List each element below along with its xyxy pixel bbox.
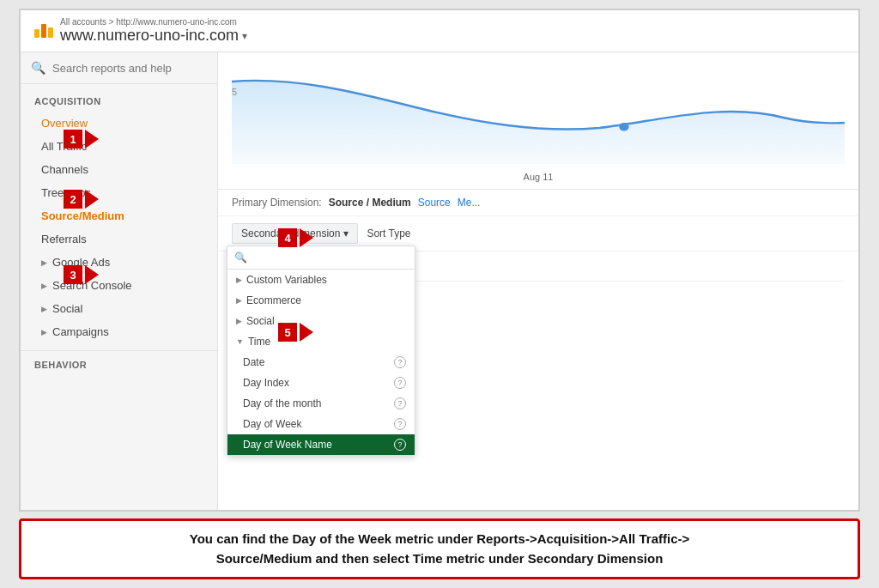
badge-3: 3 bbox=[64, 265, 82, 284]
info-icon-dayofweek: ? bbox=[394, 418, 406, 430]
source-link[interactable]: Source bbox=[418, 197, 451, 209]
group-social[interactable]: ▶ Social bbox=[227, 311, 415, 331]
dimension-row: Primary Dimension: Source / Medium Sourc… bbox=[218, 190, 858, 216]
acquisition-header: ACQUISITION bbox=[21, 91, 217, 112]
group-ecommerce[interactable]: ▶ Ecommerce bbox=[227, 290, 415, 311]
right-panel: 5 Aug 11 Pr bbox=[218, 52, 858, 510]
info-icon-dayindex: ? bbox=[394, 377, 406, 389]
sidebar-item-sourcemedium[interactable]: Source/Medium bbox=[21, 204, 217, 227]
arrow-right-4 bbox=[300, 228, 313, 247]
dropdown-search: 🔍 bbox=[227, 246, 415, 270]
main-window: All accounts > http://www.numero-uno-inc… bbox=[19, 9, 860, 512]
chevron-right-icon-4: ▶ bbox=[41, 328, 47, 336]
dropdown-item-dayofweek[interactable]: Day of Week ? bbox=[227, 414, 415, 434]
arrow-right-2 bbox=[85, 190, 99, 209]
ga-title-area: All accounts > http://www.numero-uno-inc… bbox=[60, 17, 247, 45]
ga-logo bbox=[34, 24, 53, 38]
nav-row-sourcemedium: Source/Medium bbox=[21, 204, 217, 227]
info-icon-dayofweekname: ? bbox=[394, 439, 406, 451]
chevron-right-icon-2: ▶ bbox=[41, 282, 47, 290]
search-bar: 🔍 bbox=[21, 52, 217, 84]
group-time[interactable]: ▼ Time bbox=[227, 331, 415, 352]
arrow-right-3 bbox=[85, 265, 99, 284]
sidebar-item-channels[interactable]: Channels bbox=[21, 158, 217, 181]
search-icon-dropdown: 🔍 bbox=[234, 252, 247, 264]
sort-type-label: Sort Type bbox=[367, 227, 410, 239]
dropdown-item-daymonth[interactable]: Day of the month ? bbox=[227, 393, 415, 414]
dropdown-search-input[interactable] bbox=[252, 252, 408, 264]
chevron-down-icon[interactable]: ▾ bbox=[242, 30, 247, 42]
expand-icon-time: ▼ bbox=[236, 337, 244, 346]
badge-5: 5 bbox=[278, 323, 297, 342]
nav-section-acquisition: ACQUISITION Overview All Traffic Channel… bbox=[21, 84, 217, 350]
group-custom-variables[interactable]: ▶ Custom Variables bbox=[227, 270, 415, 290]
expand-icon-ecommerce: ▶ bbox=[236, 296, 242, 305]
arrow-2: 2 bbox=[64, 190, 99, 209]
main-content: 🔍 ACQUISITION Overview All Traffic Chann… bbox=[21, 52, 858, 510]
sidebar-item-searchconsole[interactable]: ▶ Search Console bbox=[21, 274, 217, 297]
chart-data-point bbox=[619, 123, 628, 131]
bottom-caption: You can find the Day of the Week metric … bbox=[19, 518, 860, 579]
sidebar-item-alltraffic[interactable]: All Traffic bbox=[21, 135, 217, 158]
dropdown-item-dayindex[interactable]: Day Index ? bbox=[227, 373, 415, 393]
arrow-right-1 bbox=[85, 130, 99, 149]
sidebar-item-social[interactable]: ▶ Social bbox=[21, 297, 217, 320]
arrow-4: 4 bbox=[278, 228, 313, 247]
behavior-header: BEHAVIOR bbox=[21, 351, 217, 375]
arrow-right-5 bbox=[300, 323, 313, 342]
dropdown-item-date[interactable]: Date ? bbox=[227, 352, 415, 373]
sidebar: 🔍 ACQUISITION Overview All Traffic Chann… bbox=[21, 52, 218, 510]
sidebar-item-overview[interactable]: Overview bbox=[21, 112, 217, 135]
badge-1: 1 bbox=[64, 130, 82, 149]
medium-link[interactable]: Me... bbox=[458, 197, 481, 209]
domain-title: www.numero-uno-inc.com ▾ bbox=[60, 27, 247, 45]
nav-row-overview: Overview bbox=[21, 112, 217, 135]
source-medium-link[interactable]: Source / Medium bbox=[329, 197, 411, 209]
info-icon-date: ? bbox=[394, 356, 406, 368]
badge-4: 4 bbox=[278, 228, 297, 247]
sidebar-item-treemaps[interactable]: Treemaps bbox=[21, 181, 217, 204]
arrow-1: 1 bbox=[64, 130, 99, 149]
badge-2: 2 bbox=[64, 190, 82, 209]
sidebar-item-googleads[interactable]: ▶ Google Ads bbox=[21, 251, 217, 274]
aug-date-label: Aug 11 bbox=[524, 172, 554, 182]
secondary-row: Secondary dimension ▾ Sort Type 🔍 ▶ Cust… bbox=[218, 216, 858, 252]
breadcrumb: All accounts > http://www.numero-uno-inc… bbox=[60, 17, 247, 27]
arrow-5: 5 bbox=[278, 323, 313, 342]
search-input[interactable] bbox=[52, 62, 207, 75]
sidebar-item-campaigns[interactable]: ▶ Campaigns bbox=[21, 320, 217, 343]
dropdown-item-dayofweekname[interactable]: Day of Week Name ? bbox=[227, 434, 415, 455]
chart-five-label: 5 bbox=[232, 87, 237, 97]
info-icon-daymonth: ? bbox=[394, 397, 406, 409]
expand-icon-custom: ▶ bbox=[236, 276, 242, 284]
line-chart bbox=[232, 61, 845, 164]
sidebar-item-referrals[interactable]: Referrals bbox=[21, 227, 217, 251]
primary-dim-label: Primary Dimension: bbox=[232, 197, 322, 209]
chart-area: 5 Aug 11 bbox=[218, 52, 858, 190]
arrow-3: 3 bbox=[64, 265, 99, 284]
ga-header: All accounts > http://www.numero-uno-inc… bbox=[21, 10, 858, 52]
nav-row-alltraffic: All Traffic bbox=[21, 135, 217, 158]
expand-icon-social: ▶ bbox=[236, 317, 242, 325]
chevron-right-icon: ▶ bbox=[41, 258, 47, 267]
chevron-down-icon-2: ▾ bbox=[343, 227, 349, 239]
secondary-dropdown: 🔍 ▶ Custom Variables ▶ Ecommerce bbox=[227, 246, 415, 456]
chevron-right-icon-3: ▶ bbox=[41, 305, 47, 313]
search-icon: 🔍 bbox=[31, 61, 45, 75]
